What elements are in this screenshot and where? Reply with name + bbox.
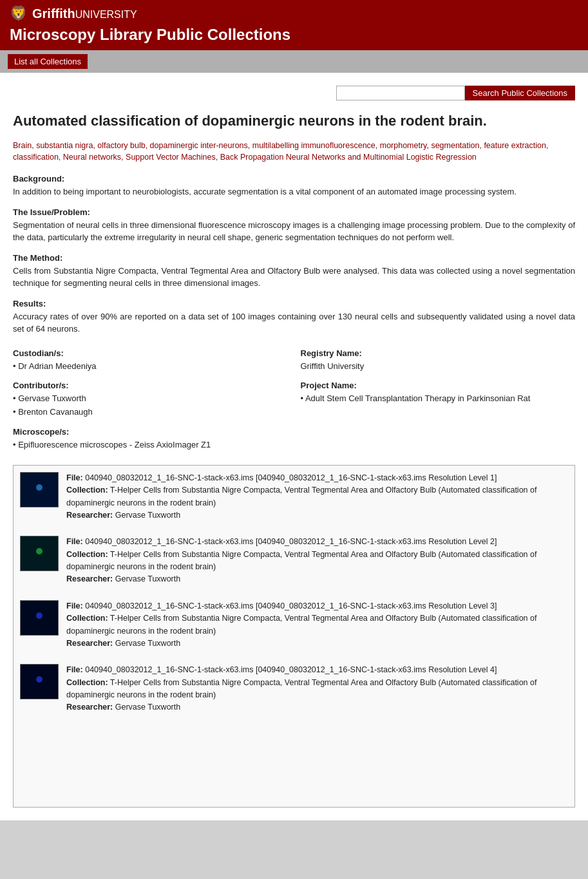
collection-label-1: Collection:: [66, 550, 108, 559]
file-info-1: File: 040940_08032012_1_16-SNC-1-stack-x…: [66, 536, 568, 586]
logo-uni: UNIVERSITY: [75, 9, 137, 20]
collection-name-2: T-Helper Cells from Substantia Nigre Com…: [66, 614, 536, 635]
researcher-name-0: Gervase Tuxworth: [115, 511, 180, 520]
collection-label-2: Collection:: [66, 614, 108, 623]
section-issue: The Issue/Problem: Segmentation of neura…: [13, 207, 575, 244]
file-label-1: File:: [66, 537, 83, 546]
list-all-collections-button[interactable]: List all Collections: [8, 54, 88, 69]
researcher-label-2: Researcher:: [66, 639, 113, 648]
logo-area: 🦁 GriffithUNIVERSITY: [10, 5, 578, 22]
search-public-collections-button[interactable]: Search Public Collections: [465, 86, 575, 100]
contributor-values: • Gervase Tuxworth • Brenton Cavanaugh: [13, 392, 288, 419]
project-label: Project Name:: [301, 381, 576, 390]
file-info-0: File: 040940_08032012_1_16-SNC-1-stack-x…: [66, 472, 568, 522]
researcher-name-3: Gervase Tuxworth: [115, 703, 180, 712]
file-label-3: File:: [66, 665, 83, 674]
site-title: Microscopy Library Public Collections: [10, 26, 578, 44]
registry-label: Registry Name:: [301, 348, 576, 358]
sections: Background: In addition to being importa…: [13, 174, 575, 336]
registry-value: Griffith University: [301, 360, 576, 373]
researcher-name-1: Gervase Tuxworth: [115, 574, 180, 583]
collection-label-3: Collection:: [66, 678, 108, 687]
file-label-2: File:: [66, 601, 83, 610]
section-method: The Method: Cells from Substantia Nigre …: [13, 253, 575, 290]
section-method-label: The Method:: [13, 253, 575, 263]
microscope-values: • Epifluorescence microscopes - Zeiss Ax…: [13, 439, 575, 452]
file-name-2: 040940_08032012_1_16-SNC-1-stack-x63.ims…: [85, 601, 497, 610]
griffith-logo-icon: 🦁: [10, 5, 27, 22]
file-item-3: File: 040940_08032012_1_16-SNC-1-stack-x…: [20, 664, 568, 714]
file-item-0: File: 040940_08032012_1_16-SNC-1-stack-x…: [20, 472, 568, 522]
header: 🦁 GriffithUNIVERSITY Microscopy Library …: [0, 0, 588, 50]
file-info-2: File: 040940_08032012_1_16-SNC-1-stack-x…: [66, 600, 568, 650]
collection-name-3: T-Helper Cells from Substantia Nigre Com…: [66, 678, 536, 699]
meta-custodian: Custodian/s: • Dr Adrian Meedeniya: [13, 348, 288, 373]
researcher-label-3: Researcher:: [66, 703, 113, 712]
researcher-label-1: Researcher:: [66, 574, 113, 583]
custodian-value-0: • Dr Adrian Meedeniya: [13, 360, 288, 373]
file-info-3: File: 040940_08032012_1_16-SNC-1-stack-x…: [66, 664, 568, 714]
section-background-label: Background:: [13, 174, 575, 184]
contributor-value-1: • Brenton Cavanaugh: [13, 406, 288, 419]
collection-label-0: Collection:: [66, 486, 108, 495]
file-name-3: 040940_08032012_1_16-SNC-1-stack-x63.ims…: [85, 665, 497, 674]
toolbar: List all Collections: [0, 50, 588, 73]
keywords: Brain, substantia nigra, olfactory bulb,…: [13, 140, 575, 164]
section-results-label: Results:: [13, 299, 575, 308]
researcher-name-2: Gervase Tuxworth: [115, 639, 180, 648]
section-method-text: Cells from Substantia Nigre Compacta, Ve…: [13, 265, 575, 290]
custodian-values: • Dr Adrian Meedeniya: [13, 360, 288, 373]
logo-brand: Griffith: [32, 6, 75, 21]
thumb-dot-1: [36, 548, 43, 554]
search-area: Search Public Collections: [13, 86, 575, 100]
file-item-2: File: 040940_08032012_1_16-SNC-1-stack-x…: [20, 600, 568, 650]
page-title: Automated classification of dopaminergic…: [13, 112, 575, 131]
file-thumb-3: [20, 664, 59, 699]
section-results-text: Accuracy rates of over 90% are reported …: [13, 310, 575, 336]
files-container: File: 040940_08032012_1_16-SNC-1-stack-x…: [13, 465, 575, 808]
custodian-label: Custodian/s:: [13, 348, 288, 358]
thumb-dot-2: [36, 612, 43, 619]
thumb-dot-3: [36, 676, 43, 683]
file-name-1: 040940_08032012_1_16-SNC-1-stack-x63.ims…: [85, 537, 497, 546]
main-content: Search Public Collections Automated clas…: [0, 73, 588, 820]
microscope-value-0: • Epifluorescence microscopes - Zeiss Ax…: [13, 439, 575, 452]
meta-contributors: Contributor/s: • Gervase Tuxworth • Bren…: [13, 381, 288, 419]
meta-project: Project Name: • Adult Stem Cell Transpla…: [301, 381, 576, 419]
section-issue-label: The Issue/Problem:: [13, 207, 575, 217]
microscope-label: Microscope/s:: [13, 427, 575, 437]
file-thumb-0: [20, 472, 59, 507]
contributor-label: Contributor/s:: [13, 381, 288, 390]
section-background-text: In addition to being important to neurob…: [13, 185, 575, 198]
meta-grid: Custodian/s: • Dr Adrian Meedeniya Regis…: [13, 348, 575, 452]
logo-text: GriffithUNIVERSITY: [32, 6, 137, 21]
project-value-0: • Adult Stem Cell Transplantation Therap…: [301, 392, 576, 406]
collection-name-0: T-Helper Cells from Substantia Nigre Com…: [66, 486, 536, 507]
meta-registry: Registry Name: Griffith University: [301, 348, 576, 373]
project-values: • Adult Stem Cell Transplantation Therap…: [301, 392, 576, 406]
meta-microscopes: Microscope/s: • Epifluorescence microsco…: [13, 427, 575, 452]
collection-name-1: T-Helper Cells from Substantia Nigre Com…: [66, 550, 536, 571]
file-item-1: File: 040940_08032012_1_16-SNC-1-stack-x…: [20, 536, 568, 586]
file-name-0: 040940_08032012_1_16-SNC-1-stack-x63.ims…: [85, 473, 497, 482]
researcher-label-0: Researcher:: [66, 511, 113, 520]
file-thumb-1: [20, 536, 59, 571]
section-results: Results: Accuracy rates of over 90% are …: [13, 299, 575, 336]
file-label-0: File:: [66, 473, 83, 482]
files-scroll[interactable]: File: 040940_08032012_1_16-SNC-1-stack-x…: [14, 466, 574, 807]
file-thumb-2: [20, 600, 59, 636]
section-issue-text: Segmentation of neural cells in three di…: [13, 219, 575, 244]
section-background: Background: In addition to being importa…: [13, 174, 575, 198]
search-input[interactable]: [336, 86, 465, 100]
thumb-dot-0: [36, 484, 43, 491]
contributor-value-0: • Gervase Tuxworth: [13, 392, 288, 406]
